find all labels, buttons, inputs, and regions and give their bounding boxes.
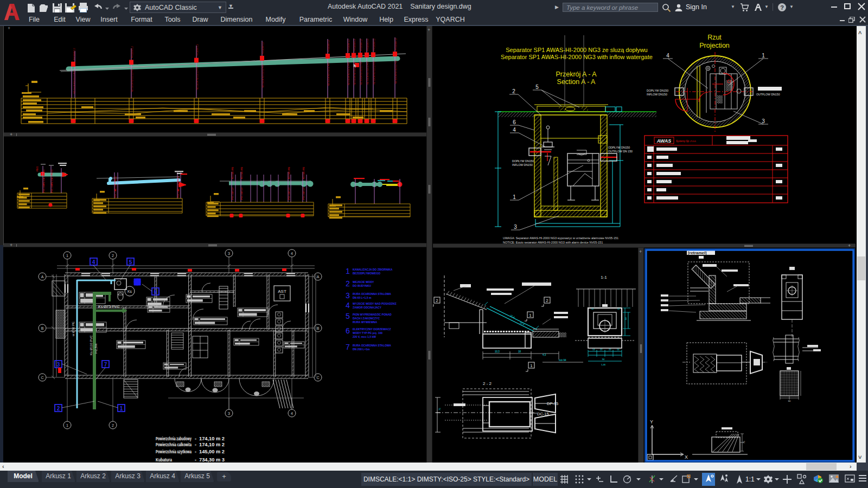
svg-text:Powierzchnia uzytkowa: Powierzchnia uzytkowa [156,449,192,454]
svg-text:RZ 214.36 RD 212.11 PVC: RZ 214.36 RD 212.11 PVC [360,61,362,85]
svg-text:C: C [41,376,43,380]
svg-text:174,10 m 2: 174,10 m 2 [199,436,225,441]
svg-text:Ks Ø110 PVC: Ks Ø110 PVC [90,335,93,355]
svg-text:6: 6 [346,326,350,335]
svg-text:PVCØ160 1,2: PVCØ160 1,2 [196,44,199,56]
svg-text:1: 1 [529,313,532,318]
svg-text:DOPŁYW DN150: DOPŁYW DN150 [512,159,534,163]
svg-text:PVCØ160 1,2: PVCØ160 1,2 [73,48,75,60]
svg-text:Rzut: Rzut [707,34,722,41]
svg-text:PVC 160: PVC 160 [114,189,117,197]
svg-text:PVCØ160 1,2: PVCØ160 1,2 [354,39,356,51]
svg-text:DN 65 L=1,5 m: DN 65 L=1,5 m [353,296,372,299]
svg-text:145,00 m 2: 145,00 m 2 [199,449,225,454]
svg-text:RZ 214.36 RD 212.11 PVC: RZ 214.36 RD 212.11 PVC [131,68,133,92]
svg-text:60: 60 [788,400,791,402]
svg-text:2: 2 [112,254,114,258]
svg-text:RZ 214.36 RD 212.11 PVC: RZ 214.36 RD 212.11 PVC [367,61,369,84]
svg-text:DOPŁYW DN150: DOPŁYW DN150 [647,89,668,92]
svg-text:RZ 214.3 RD: RZ 214.3 RD [232,167,234,179]
svg-text:ZAWOR ODCINAJACY: ZAWOR ODCINAJACY [353,306,382,309]
svg-text:C: C [316,376,319,380]
svg-text:DO BUDYNKU: DO BUDYNKU [353,284,371,287]
svg-text:4: 4 [291,252,293,255]
svg-text:?: ? [780,4,784,11]
svg-text:OUTFLOW DN 150: OUTFLOW DN 150 [608,150,633,153]
svg-text:RZ 214.36 RD 212.11 PVC: RZ 214.36 RD 212.11 PVC [348,61,350,85]
svg-text:5: 5 [535,84,539,90]
svg-text:94: 94 [602,358,605,361]
svg-text:UWAGA: Separator AWAS-HI-2000: UWAGA: Separator AWAS-HI-2000 NG3 wyposa… [503,236,618,240]
svg-text:[retramel]: [retramel] [688,251,707,255]
svg-text:RZ 214.3 RD 21: RZ 214.3 RD 21 [43,170,45,184]
svg-text:PVCØ160 1,2: PVCØ160 1,2 [360,39,362,51]
svg-text:PVCØ160 1,2: PVCØ160 1,2 [395,38,397,50]
svg-text:AWAS: AWAS [656,138,672,144]
svg-text:220 V, moc 1,5 kW: 220 V, moc 1,5 kW [353,335,376,338]
svg-text:PVCØ160 1,2: PVCØ160 1,2 [328,40,330,52]
svg-text:1-1: 1-1 [601,275,607,280]
svg-text:2: 2 [57,406,60,412]
svg-text:Y: Y [650,419,653,425]
svg-text:10,3: 10,3 [495,350,500,353]
svg-text:X: X [685,454,688,460]
svg-text:1: 1 [513,194,516,200]
svg-text:5: 5 [129,259,132,265]
svg-text:PVCØ160 1,2: PVCØ160 1,2 [131,46,133,58]
svg-text:1: 1 [762,53,765,59]
svg-text:75: 75 [743,441,745,444]
svg-text:WYJSCIE WODY NAD POSADZKE: WYJSCIE WODY NAD POSADZKE [353,302,397,305]
svg-text:7: 7 [104,362,107,368]
svg-text:RD21: RD21 [36,166,39,171]
svg-text:2: 2 [512,88,515,94]
svg-text:3: 3 [762,118,765,124]
svg-text:12: 12 [591,307,594,310]
svg-text:6: 6 [154,289,157,295]
svg-text:PVC 160 1,0: PVC 160 1,0 [241,188,243,200]
svg-text:Systemy Sp. z o.o.: Systemy Sp. z o.o. [676,140,697,143]
svg-text:w Ø32 PE: w Ø32 PE [72,322,75,337]
svg-text:PVCØ160 1,2: PVCØ160 1,2 [348,40,350,52]
svg-text:RZ 214.36 RD 212.11 PVC: RZ 214.36 RD 212.11 PVC [328,62,330,86]
svg-text:6: 6 [513,119,516,125]
svg-text:1: 1 [66,254,68,258]
svg-text:A: A [41,275,44,279]
svg-text:2: 2 [346,279,350,288]
svg-text:WEJSCIE WODY: WEJSCIE WODY [353,280,374,284]
svg-text:RZ 214.3 RD 21: RZ 214.3 RD 21 [114,176,117,191]
svg-text:75: 75 [438,408,441,410]
svg-text:4: 4 [92,259,95,265]
svg-text:RZ 214.3 RD: RZ 214.3 RD [241,167,243,179]
svg-text:2: 2 [436,298,438,303]
svg-text:Przekrój A - A: Przekrój A - A [556,70,597,78]
svg-text:ODPŁYW DN150: ODPŁYW DN150 [608,146,630,149]
svg-text:4: 4 [666,53,669,59]
svg-text:2: 2 [112,423,114,427]
svg-text:3: 3 [514,224,517,230]
svg-text:DN 200 L=1m: DN 200 L=1m [353,348,370,351]
svg-text:1: 1 [530,363,533,368]
svg-text:Kubatura: Kubatura [156,457,173,463]
svg-text:174,10 m 2: 174,10 m 2 [199,442,225,447]
svg-text:4: 4 [346,301,350,310]
svg-text:RURA OCHRONNA STALOWA: RURA OCHRONNA STALOWA [353,292,391,296]
svg-text:7: 7 [346,343,350,351]
svg-text:Powierzchnia zabudowy: Powierzchnia zabudowy [156,436,192,441]
svg-text:RZ 214.36 RD 212.11 PVC: RZ 214.36 RD 212.11 PVC [395,60,397,84]
svg-text:INFLOW DN150: INFLOW DN150 [647,93,667,96]
svg-text:RZ 214.3 RD: RZ 214.3 RD [303,167,305,179]
svg-text:22: 22 [609,348,611,351]
svg-text:4: 4 [291,412,293,415]
svg-text:-: - [195,449,196,454]
svg-text:AST: AST [278,289,286,294]
svg-text:min 94: min 94 [559,359,566,362]
svg-text:i=2,5%: i=2,5% [94,343,98,354]
svg-text:RZ 214.36 RD 212.11 PVC: RZ 214.36 RD 212.11 PVC [262,64,264,87]
svg-text:Ks Ø75 PVC: Ks Ø75 PVC [98,305,120,309]
svg-text:1: 1 [120,406,123,412]
svg-text:PVC 160: PVC 160 [177,189,180,197]
svg-text:-: - [195,442,196,447]
svg-text:PVCØ160 1,2: PVCØ160 1,2 [367,39,369,51]
svg-text:3: 3 [346,291,350,300]
svg-text:Powierzchnia calkowita: Powierzchnia calkowita [156,442,192,447]
